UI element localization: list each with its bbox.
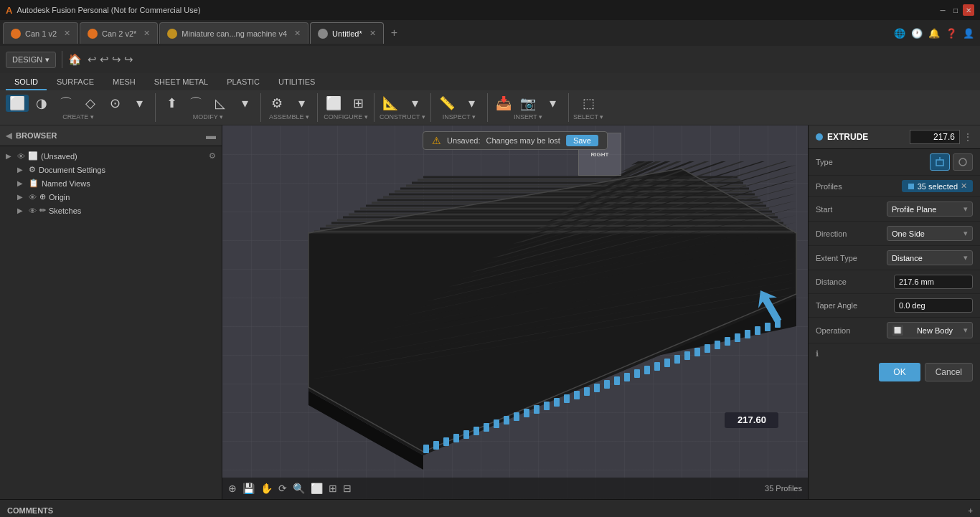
tool-create-revolve[interactable]: ◑	[30, 95, 53, 112]
svg-rect-62	[453, 434, 459, 442]
eye-icon-sketches[interactable]: 👁	[29, 207, 37, 215]
tab-clock-icon[interactable]: 🕐	[911, 28, 923, 39]
tab-miniature-close[interactable]: ✕	[294, 29, 301, 38]
type-btn-revolve[interactable]	[953, 153, 973, 171]
taper-input[interactable]	[894, 298, 973, 313]
extrude-menu-icon[interactable]: ⋮	[963, 131, 973, 143]
menu-tab-utilities[interactable]: UTILITIES	[270, 75, 324, 90]
undo-icon[interactable]: ↩	[88, 53, 97, 66]
menu-tab-solid[interactable]: SOLID	[6, 75, 47, 90]
tool-modify-more[interactable]: ▾	[233, 95, 256, 112]
direction-select[interactable]: One Side ▾	[887, 226, 973, 241]
vp-orbit-icon[interactable]: ⟳	[278, 483, 287, 494]
svg-rect-90	[735, 333, 740, 342]
tab-can1[interactable]: Can 1 v2 ✕	[3, 22, 78, 44]
tree-item-origin[interactable]: ▶ 👁 ⊕ Origin	[0, 190, 222, 204]
tool-modify-press-pull[interactable]: ⬆	[160, 95, 183, 112]
vp-pan-icon[interactable]: ✋	[260, 483, 273, 494]
tree-icon-unsaved: ⬜	[28, 151, 38, 161]
tool-create-extrude[interactable]: ⬜	[6, 95, 29, 112]
tool-insert-svg[interactable]: 📷	[517, 95, 540, 112]
tool-assemble-more[interactable]: ▾	[290, 95, 313, 112]
eye-icon-origin[interactable]: 👁	[29, 193, 37, 201]
tab-untitled[interactable]: Untitled* ✕	[310, 22, 384, 44]
tree-label-views: Named Views	[42, 179, 216, 188]
redo-icon[interactable]: ↪	[112, 53, 121, 66]
taper-label: Taper Angle	[816, 301, 873, 310]
extent-type-label: Extent Type	[816, 254, 873, 262]
create-label: CREATE ▾	[6, 113, 151, 120]
browser-collapse-icon[interactable]: ▬	[206, 130, 216, 141]
tool-inspect-more[interactable]: ▾	[460, 95, 483, 112]
tab-untitled-close[interactable]: ✕	[369, 29, 376, 38]
tool-modify-fillet[interactable]: ⌒	[184, 95, 207, 112]
tool-select-window[interactable]: ⬚	[577, 95, 600, 112]
tree-item-doc-settings[interactable]: ▶ ⚙ Document Settings	[0, 163, 222, 176]
tool-construct-more[interactable]: ▾	[403, 95, 426, 112]
extrude-value-input[interactable]	[910, 130, 960, 144]
redo-more-icon[interactable]: ↪	[124, 53, 133, 66]
profiles-clear-icon[interactable]: ✕	[961, 181, 967, 191]
tree-item-unsaved[interactable]: ▶ 👁 ⬜ (Unsaved) ⚙	[0, 149, 222, 163]
comments-add-icon[interactable]: +	[969, 506, 973, 515]
menu-tab-surface[interactable]: SURFACE	[48, 75, 103, 90]
tool-insert-more[interactable]: ▾	[541, 95, 564, 112]
close-button[interactable]: ✕	[963, 4, 974, 16]
tool-create-more[interactable]: ▾	[128, 95, 151, 112]
menu-tab-plastic[interactable]: PLASTIC	[218, 75, 268, 90]
svg-rect-61	[443, 437, 449, 446]
tool-create-loft[interactable]: ◇	[79, 95, 102, 112]
tab-miniature[interactable]: Miniature can...ng machine v4 ✕	[159, 22, 308, 44]
tool-insert-decal[interactable]: 📥	[492, 95, 515, 112]
tab-can2[interactable]: Can 2 v2* ✕	[80, 22, 158, 44]
start-select[interactable]: Profile Plane ▾	[887, 201, 973, 217]
tool-create-hole[interactable]: ⊙	[103, 95, 126, 112]
menu-tab-mesh[interactable]: MESH	[104, 75, 144, 90]
tree-settings-icon[interactable]: ⚙	[209, 151, 216, 161]
group-sep-1	[155, 93, 156, 122]
operation-select[interactable]: 🔲 New Body ▾	[887, 322, 973, 338]
vp-save-icon[interactable]: 💾	[242, 483, 255, 494]
ok-button[interactable]: OK	[879, 363, 920, 381]
tree-item-sketches[interactable]: ▶ 👁 ✏ Sketches	[0, 204, 222, 217]
viewport[interactable]: ⚠ Unsaved: Changes may be lost Save	[222, 125, 808, 499]
tab-add-button[interactable]: +	[385, 24, 403, 42]
tool-assemble-joint[interactable]: ⚙	[265, 95, 288, 112]
tree-item-named-views[interactable]: ▶ 📋 Named Views	[0, 176, 222, 190]
tab-help-icon[interactable]: ❓	[946, 28, 957, 39]
menu-tab-sheet-metal[interactable]: SHEET METAL	[146, 75, 217, 90]
distance-input[interactable]	[894, 275, 973, 289]
eye-icon-unsaved[interactable]: 👁	[17, 152, 25, 161]
tool-configure-params[interactable]: ⬜	[322, 95, 345, 112]
vp-zoom-icon[interactable]: 🔍	[293, 483, 305, 494]
save-button[interactable]: Save	[566, 135, 598, 146]
vp-display-icon[interactable]: ⬜	[311, 483, 323, 494]
group-sep-7	[568, 93, 569, 122]
profiles-select-badge[interactable]: 35 selected ✕	[902, 180, 973, 192]
tab-miniature-icon	[167, 29, 177, 39]
tool-configure-more[interactable]: ⊞	[347, 95, 369, 112]
cancel-button[interactable]: Cancel	[925, 363, 973, 381]
tool-create-sweep[interactable]: ⌒	[55, 95, 77, 112]
browser-back-icon[interactable]: ◀	[6, 131, 11, 141]
design-menu-button[interactable]: DESIGN ▾	[6, 52, 56, 68]
revolve-type-icon	[958, 157, 968, 167]
undo-more-icon[interactable]: ↩	[100, 53, 109, 66]
vp-grid-icon[interactable]: ⊞	[329, 483, 337, 494]
tab-can1-close[interactable]: ✕	[64, 29, 70, 38]
type-label: Type	[816, 158, 873, 166]
tab-user-icon[interactable]: 👤	[963, 28, 974, 39]
type-btn-extrude[interactable]	[930, 153, 950, 171]
tool-inspect-measure[interactable]: 📏	[435, 95, 458, 112]
tab-bell-icon[interactable]: 🔔	[928, 28, 940, 39]
tab-can2-close[interactable]: ✕	[143, 29, 150, 38]
vp-move-icon[interactable]: ⊕	[228, 483, 237, 494]
tool-modify-chamfer[interactable]: ◺	[209, 95, 232, 112]
home-icon[interactable]: 🏠	[68, 53, 82, 66]
tab-globe-icon[interactable]: 🌐	[894, 28, 905, 39]
extent-type-select[interactable]: Distance ▾	[887, 250, 973, 265]
vp-grid2-icon[interactable]: ⊟	[343, 483, 352, 494]
minimize-button[interactable]: ─	[937, 4, 948, 16]
maximize-button[interactable]: □	[950, 4, 961, 16]
tool-construct-plane[interactable]: 📐	[379, 95, 402, 112]
